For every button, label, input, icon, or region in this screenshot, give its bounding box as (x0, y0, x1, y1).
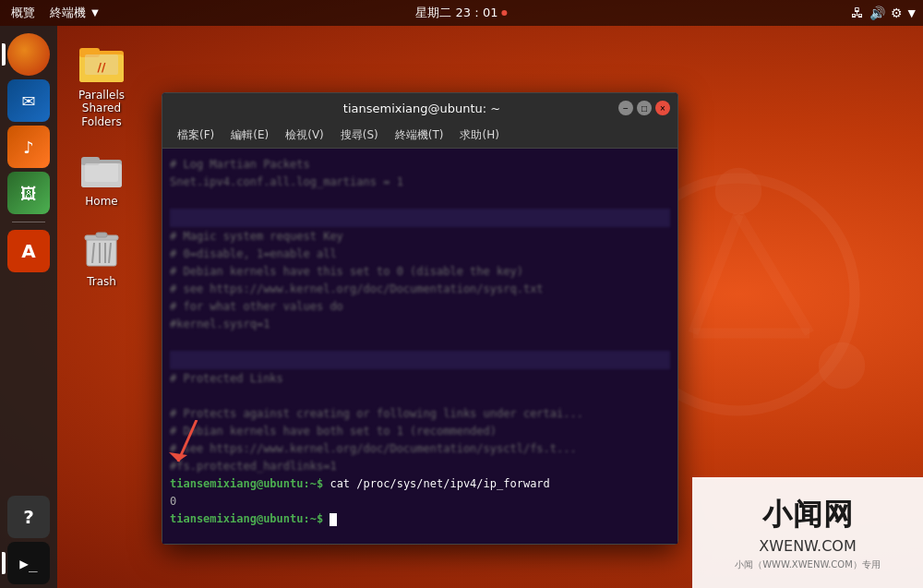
launcher-icon-font-manager[interactable]: A (7, 230, 50, 272)
terminal-menu-button[interactable]: 終端機 ▼ (46, 3, 104, 23)
svg-rect-8 (85, 163, 118, 182)
maximize-button[interactable]: □ (637, 101, 652, 115)
desktop-icon-home[interactable]: Home (65, 141, 138, 213)
menu-file[interactable]: 檔案(F) (170, 126, 222, 145)
menu-edit[interactable]: 編輯(E) (223, 126, 276, 145)
svg-rect-9 (87, 238, 116, 266)
terminal-line-1: # Log Martian Packets (170, 156, 670, 173)
panel-center: 星期二 23：01 (415, 5, 507, 21)
clock-display: 星期二 23：01 (415, 5, 497, 21)
terminal-line-5: # Magic system request Key (170, 228, 670, 245)
menu-help[interactable]: 求助(H) (452, 126, 506, 145)
svg-rect-15 (96, 233, 107, 237)
terminal-line-14 (170, 388, 670, 404)
volume-icon[interactable]: 🔊 (869, 6, 885, 20)
terminal-line-7: # Debian kernels have this set to 0 (dis… (170, 263, 670, 280)
terminal-title-text: tiansemixiang@ubuntu: ~ (225, 102, 618, 115)
desktop-icon-parallels[interactable]: // ParallelsSharedFolders (65, 35, 138, 134)
trash-icon (79, 227, 124, 271)
terminal-line-10: #kernel.sysrq=1 (170, 316, 670, 332)
arrow-indicator (169, 420, 224, 470)
terminal-line-3 (170, 191, 670, 208)
svg-point-21 (819, 342, 865, 388)
terminal-line-12 (170, 351, 670, 369)
panel-right: 🖧 🔊 ⚙ ▼ (851, 6, 916, 20)
svg-marker-17 (169, 452, 187, 462)
launcher-icon-terminal[interactable]: ▶_ (7, 542, 50, 584)
parallels-folder-label: ParallelsSharedFolders (78, 89, 125, 128)
terminal-titlebar: tiansemixiang@ubuntu: ~ − □ × (162, 93, 677, 123)
svg-text://: // (98, 61, 106, 74)
settings-icon[interactable]: ⚙ (891, 6, 903, 20)
launcher: ✉ ♪ 🖼 A ? ▶_ (0, 26, 57, 588)
launcher-icon-shotwell[interactable]: 🖼 (7, 172, 50, 214)
close-button[interactable]: × (655, 101, 670, 115)
terminal-output-1: 0 (170, 493, 670, 510)
terminal-line-4 (170, 209, 670, 227)
svg-line-22 (693, 214, 738, 333)
terminal-line-15: # Protects against creating or following… (170, 405, 670, 422)
minimize-button[interactable]: − (618, 101, 633, 115)
overview-button[interactable]: 概覽 (7, 3, 39, 23)
terminal-line-13: # Protected Links (170, 370, 670, 387)
launcher-icon-help[interactable]: ? (7, 496, 50, 538)
terminal-line-6: # 0=disable, 1=enable all (170, 246, 670, 262)
network-icon[interactable]: 🖧 (851, 6, 864, 20)
launcher-icon-firefox[interactable] (7, 33, 50, 76)
menu-terminal[interactable]: 終端機(T) (388, 126, 451, 145)
prompt-text-2: tiansemixiang@ubuntu:~$ (170, 512, 323, 525)
terminal-line-8: # see https://www.kernel.org/doc/Documen… (170, 281, 670, 297)
status-dot (502, 10, 508, 16)
prompt-cmd-1: cat /proc/sys/net/ipv4/ip_forward (330, 477, 549, 490)
launcher-divider (12, 222, 45, 222)
desktop-icons: // ParallelsSharedFolders Home (65, 35, 138, 301)
parallels-folder-icon: // (79, 41, 124, 85)
terminal-body[interactable]: # Log Martian Packets Snet.ipv4.conf.all… (162, 149, 677, 544)
desktop-icon-trash[interactable]: Trash (65, 222, 138, 294)
svg-point-19 (715, 167, 761, 213)
terminal-window: tiansemixiang@ubuntu: ~ − □ × 檔案(F) 編輯(E… (162, 92, 678, 545)
home-folder-icon (79, 147, 124, 191)
panel-dropdown-arrow[interactable]: ▼ (908, 7, 916, 19)
launcher-icon-rhythmbox[interactable]: ♪ (7, 126, 50, 168)
watermark-title: 小闻网 (762, 495, 854, 535)
terminal-line-2: Snet.ipv4.conf.all.log_martians = 1 (170, 174, 670, 190)
terminal-window-controls: − □ × (618, 101, 670, 115)
svg-line-24 (738, 214, 809, 333)
prompt-text-1: tiansemixiang@ubuntu:~$ (170, 477, 323, 490)
terminal-line-9: # for what other values do (170, 298, 670, 315)
watermark: 小闻网 XWENW.COM 小闻（WWW.XWENW.COM）专用 (692, 477, 923, 588)
terminal-line-11 (170, 333, 670, 350)
menu-view[interactable]: 檢視(V) (278, 126, 331, 145)
trash-folder-label: Trash (87, 275, 116, 288)
menu-search[interactable]: 搜尋(S) (333, 126, 386, 145)
terminal-prompt-1: tiansemixiang@ubuntu:~$ cat /proc/sys/ne… (170, 475, 670, 492)
panel-left: 概覽 終端機 ▼ (7, 3, 104, 23)
terminal-line-18: #fs.protected_hardlinks=1 (170, 458, 670, 474)
terminal-prompt-2: tiansemixiang@ubuntu:~$ (170, 510, 670, 527)
watermark-url: XWENW.COM (759, 537, 857, 555)
launcher-icon-thunderbird[interactable]: ✉ (7, 79, 50, 122)
desktop: 概覽 終端機 ▼ 星期二 23：01 🖧 🔊 ⚙ ▼ ✉ ♪ 🖼 (0, 0, 923, 588)
terminal-cursor (330, 513, 337, 526)
terminal-menu: 檔案(F) 編輯(E) 檢視(V) 搜尋(S) 終端機(T) 求助(H) (162, 123, 677, 149)
terminal-line-16: # Debian kernels have both set to 1 (rec… (170, 423, 670, 439)
watermark-description: 小闻（WWW.XWENW.COM）专用 (735, 558, 881, 571)
home-folder-label: Home (85, 195, 117, 208)
terminal-line-17: # see https://www.kernel.org/doc/Documen… (170, 440, 670, 457)
top-panel: 概覽 終端機 ▼ 星期二 23：01 🖧 🔊 ⚙ ▼ (0, 0, 923, 26)
